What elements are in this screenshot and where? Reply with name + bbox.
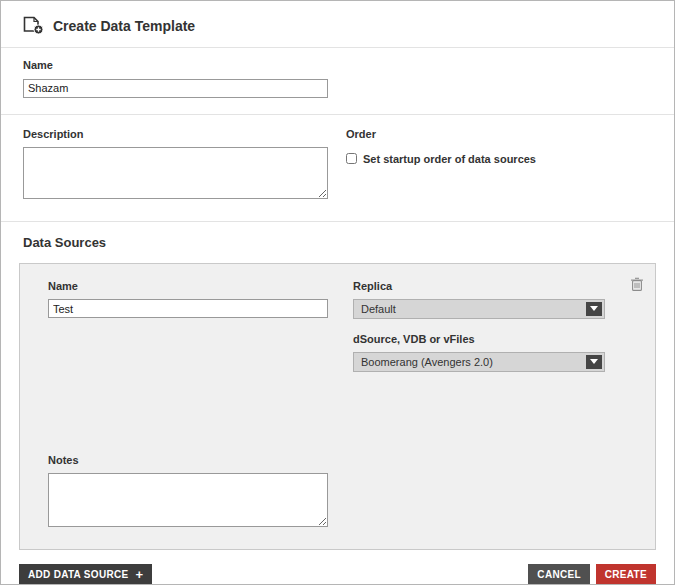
notes-field: Notes xyxy=(48,454,627,531)
data-template-icon xyxy=(23,16,44,35)
notes-label: Notes xyxy=(48,454,627,466)
create-data-template-dialog: Create Data Template Name Description Or… xyxy=(0,0,675,585)
data-source-select-column: Replica Default dSource, VDB or vFiles B… xyxy=(353,280,627,386)
startup-order-checkbox-label: Set startup order of data sources xyxy=(363,153,536,165)
create-button[interactable]: CREATE xyxy=(596,564,656,585)
data-sources-heading-row: Data Sources xyxy=(1,222,674,259)
notes-textarea[interactable] xyxy=(48,473,328,527)
dsource-field: dSource, VDB or vFiles Boomerang (Avenge… xyxy=(353,333,605,372)
add-data-source-label: ADD DATA SOURCE xyxy=(28,569,128,580)
dsource-selected-value: Boomerang (Avengers 2.0) xyxy=(361,356,493,368)
chevron-down-icon xyxy=(590,359,598,364)
dialog-footer: ADD DATA SOURCE + CANCEL CREATE xyxy=(19,564,656,585)
replica-selected-value: Default xyxy=(361,303,396,315)
data-source-fields: Name Replica Default dSource, VDB or vFi… xyxy=(48,280,627,386)
trash-icon[interactable] xyxy=(630,277,644,292)
data-source-panel: Name Replica Default dSource, VDB or vFi… xyxy=(19,263,656,550)
name-input[interactable] xyxy=(23,79,328,98)
plus-icon: + xyxy=(135,568,143,581)
data-source-name-column: Name xyxy=(48,280,353,386)
cancel-button[interactable]: CANCEL xyxy=(528,564,589,585)
chevron-down-icon xyxy=(590,306,598,311)
page-title: Create Data Template xyxy=(53,18,195,34)
add-data-source-button[interactable]: ADD DATA SOURCE + xyxy=(19,564,152,585)
order-label: Order xyxy=(346,128,652,140)
name-section: Name xyxy=(1,48,674,114)
startup-order-option: Set startup order of data sources xyxy=(346,153,652,165)
name-label: Name xyxy=(23,59,652,71)
replica-label: Replica xyxy=(353,280,605,292)
replica-dropdown-button[interactable] xyxy=(586,302,602,316)
data-sources-heading: Data Sources xyxy=(23,235,652,250)
replica-field: Replica Default xyxy=(353,280,605,319)
dsource-label: dSource, VDB or vFiles xyxy=(353,333,605,345)
order-column: Order Set startup order of data sources xyxy=(346,128,652,203)
description-column: Description xyxy=(23,128,328,203)
dialog-header: Create Data Template xyxy=(1,1,674,47)
replica-dropdown[interactable]: Default xyxy=(353,299,605,319)
description-order-section: Description Order Set startup order of d… xyxy=(1,115,674,221)
description-label: Description xyxy=(23,128,328,140)
dsource-dropdown-button[interactable] xyxy=(586,355,602,369)
description-textarea[interactable] xyxy=(23,147,328,199)
footer-action-buttons: CANCEL CREATE xyxy=(528,564,656,585)
data-source-name-input[interactable] xyxy=(48,299,328,318)
startup-order-checkbox[interactable] xyxy=(346,153,357,164)
dsource-dropdown[interactable]: Boomerang (Avengers 2.0) xyxy=(353,352,605,372)
data-source-name-label: Name xyxy=(48,280,353,292)
